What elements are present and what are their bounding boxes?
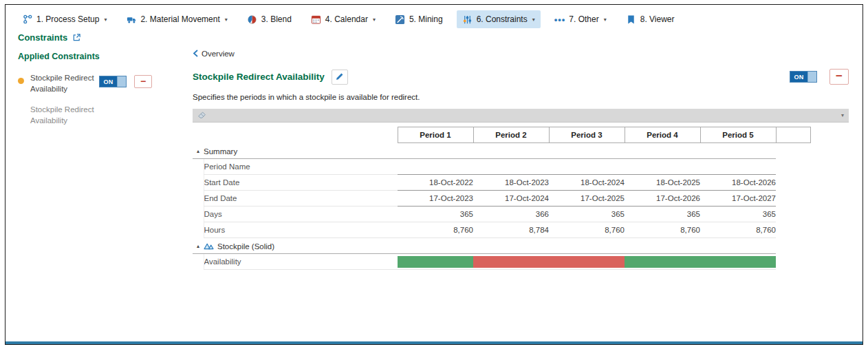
content-area: Applied Constraints Stockpile Redirect A… xyxy=(6,43,862,270)
table-row-days: Days365366365365365 xyxy=(193,207,810,222)
constraint-item-controls: ON− xyxy=(99,75,152,88)
value-cell: 8,784 xyxy=(473,222,549,238)
active-constraint-dot xyxy=(18,78,24,84)
eraser-icon[interactable] xyxy=(197,111,206,120)
availability-cell[interactable] xyxy=(700,254,776,270)
constraint-controls: ON− xyxy=(790,69,849,85)
other-icon: ••• xyxy=(554,14,566,25)
value-cell[interactable]: 18-Oct-2022 xyxy=(398,175,473,191)
nav-item-5-mining[interactable]: 5. Mining xyxy=(389,10,448,28)
periods-grid: Period 1Period 2Period 3Period 4Period 5… xyxy=(193,127,849,270)
collapse-icon[interactable]: ▴ xyxy=(193,148,204,154)
main-panel: Overview Stockpile Redirect Availability… xyxy=(183,43,862,270)
row-label: Days xyxy=(204,207,398,222)
value-cell[interactable] xyxy=(473,159,549,175)
value-cell[interactable]: 17-Oct-2024 xyxy=(473,191,549,207)
nav-item-1-process-setup[interactable]: 1. Process Setup▾ xyxy=(17,10,112,28)
constraint-title: Stockpile Redirect Availability xyxy=(193,72,325,82)
tail-cell xyxy=(776,222,810,238)
applied-constraints-list: Stockpile Redirect AvailabilityON−Stockp… xyxy=(18,73,183,126)
constraint-item[interactable]: Stockpile Redirect Availability xyxy=(18,105,183,126)
constraint-description: Specifies the periods in which a stockpi… xyxy=(193,93,849,101)
availability-block-on xyxy=(700,256,776,268)
tail-cell xyxy=(776,191,810,207)
value-cell[interactable] xyxy=(549,159,625,175)
nav-item-label: 5. Mining xyxy=(409,14,443,24)
page-title-row: Constraints xyxy=(6,32,862,43)
table-header-row: Period 1Period 2Period 3Period 4Period 5 xyxy=(193,127,810,143)
nav-item-3-blend[interactable]: 3. Blend xyxy=(241,10,297,28)
chevron-down-icon: ▾ xyxy=(532,17,535,23)
constraints-icon xyxy=(462,14,473,25)
constraint-on-toggle[interactable]: ON xyxy=(99,76,127,87)
page-title: Constraints xyxy=(18,32,67,43)
availability-cell[interactable] xyxy=(473,254,549,270)
nav-item-2-material-movement[interactable]: 2. Material Movement▾ xyxy=(120,10,232,28)
nav-item-8-viewer[interactable]: 8. Viewer xyxy=(620,10,680,28)
availability-cell[interactable] xyxy=(625,254,700,270)
constraint-item[interactable]: Stockpile Redirect AvailabilityON− xyxy=(18,73,183,94)
value-cell[interactable]: 17-Oct-2025 xyxy=(549,191,625,207)
tail-cell xyxy=(776,254,810,270)
toggle-knob xyxy=(807,72,816,82)
nav-item-6-constraints[interactable]: 6. Constraints▾ xyxy=(457,10,541,28)
nav-item-label: 3. Blend xyxy=(261,14,292,24)
chevron-down-icon: ▾ xyxy=(104,17,107,23)
nav-item-4-calendar[interactable]: 4. Calendar▾ xyxy=(305,10,381,28)
value-cell[interactable]: 17-Oct-2027 xyxy=(700,191,776,207)
top-nav: 1. Process Setup▾2. Material Movement▾3.… xyxy=(6,5,862,30)
availability-cell[interactable] xyxy=(549,254,625,270)
value-cell[interactable]: 18-Oct-2025 xyxy=(625,175,700,191)
value-cell[interactable]: 18-Oct-2024 xyxy=(549,175,625,191)
column-header-period-5: Period 5 xyxy=(700,127,776,143)
row-label: Hours xyxy=(204,222,398,238)
nav-item-label: 7. Other xyxy=(569,14,598,24)
value-cell[interactable]: 17-Oct-2023 xyxy=(398,191,473,207)
indent-cell xyxy=(193,207,204,222)
group-header[interactable]: ▴Stockpile (Solid) xyxy=(193,238,776,254)
indent-cell xyxy=(193,191,204,207)
value-cell: 365 xyxy=(549,207,625,222)
value-cell[interactable] xyxy=(625,159,700,175)
availability-block-off xyxy=(473,256,549,268)
back-link[interactable]: Overview xyxy=(193,50,235,58)
column-header-period-3: Period 3 xyxy=(549,127,625,143)
availability-cell[interactable] xyxy=(398,254,473,270)
indent-cell xyxy=(193,175,204,191)
value-cell[interactable]: 17-Oct-2026 xyxy=(625,191,700,207)
tail-cell xyxy=(776,143,810,159)
nav-item-label: 4. Calendar xyxy=(325,14,368,24)
availability-on-toggle[interactable]: ON xyxy=(790,71,817,83)
process-setup-icon xyxy=(22,14,33,25)
chevron-down-icon: ▾ xyxy=(373,17,376,23)
value-cell[interactable] xyxy=(398,159,473,175)
nav-item-label: 2. Material Movement xyxy=(140,14,219,24)
chevron-down-icon[interactable]: ▾ xyxy=(841,112,844,118)
value-cell: 366 xyxy=(473,207,549,222)
chevron-down-icon: ▾ xyxy=(604,17,607,23)
value-cell[interactable]: 18-Oct-2023 xyxy=(473,175,549,191)
external-link-icon[interactable] xyxy=(72,33,81,42)
availability-remove-button[interactable]: − xyxy=(829,69,849,85)
periods-table: Period 1Period 2Period 3Period 4Period 5… xyxy=(193,127,811,270)
row-label: Period Name xyxy=(204,159,398,175)
value-cell[interactable] xyxy=(700,159,776,175)
blend-icon xyxy=(247,14,258,25)
calendar-icon xyxy=(311,14,322,25)
viewer-icon xyxy=(626,14,637,25)
nav-item-label: 6. Constraints xyxy=(477,14,528,24)
value-cell: 8,760 xyxy=(549,222,625,238)
group-header[interactable]: ▴Summary xyxy=(193,143,776,159)
collapse-icon[interactable]: ▴ xyxy=(193,243,204,249)
group-row-summary: ▴Summary xyxy=(193,143,810,159)
nav-item-7-other[interactable]: •••7. Other▾ xyxy=(549,10,612,28)
constraint-remove-button[interactable]: − xyxy=(134,75,152,88)
indent-cell xyxy=(193,254,204,270)
back-link-label: Overview xyxy=(202,50,235,58)
edit-button[interactable] xyxy=(332,70,348,85)
tail-cell xyxy=(776,207,810,222)
row-label: Start Date xyxy=(204,175,398,191)
value-cell[interactable]: 18-Oct-2026 xyxy=(700,175,776,191)
constraint-item-label: Stockpile Redirect Availability xyxy=(30,73,99,94)
value-cell: 365 xyxy=(625,207,700,222)
